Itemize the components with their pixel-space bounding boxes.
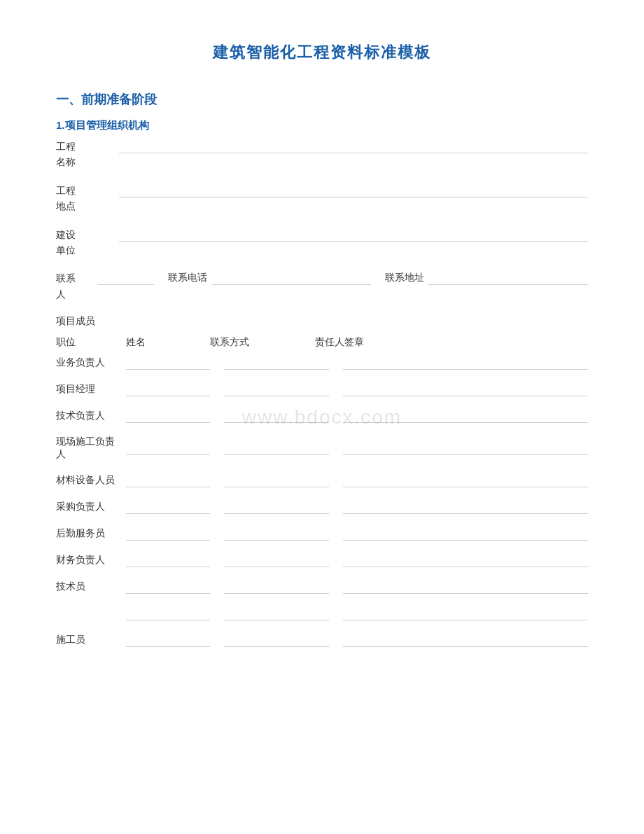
member-8-name bbox=[126, 553, 210, 567]
member-row-3: 技术负责人 bbox=[56, 409, 588, 423]
contact-person-label: 联系人 bbox=[56, 271, 98, 303]
member-3-position: 技术负责人 bbox=[56, 410, 126, 422]
member-10-name bbox=[126, 606, 210, 620]
member-4-position: 现场施工负责人 bbox=[56, 436, 126, 461]
member-3-signature bbox=[343, 409, 588, 423]
member-9-signature bbox=[343, 580, 588, 594]
member-row-7: 后勤服务员 bbox=[56, 527, 588, 541]
member-5-name bbox=[126, 473, 210, 487]
member-row-9: 技术员 bbox=[56, 580, 588, 594]
member-7-contact bbox=[224, 527, 329, 541]
member-1-position: 业务负责人 bbox=[56, 356, 126, 369]
member-8-position: 财务负责人 bbox=[56, 554, 126, 567]
project-members-label: 项目成员 bbox=[56, 315, 588, 328]
col-header-contact: 联系方式 bbox=[210, 336, 315, 349]
member-7-position: 后勤服务员 bbox=[56, 527, 126, 540]
member-1-name bbox=[126, 356, 210, 370]
member-5-signature bbox=[343, 473, 588, 487]
member-2-signature bbox=[343, 382, 588, 396]
contact-phone-label: 联系电话 bbox=[168, 272, 207, 284]
member-10-signature bbox=[343, 606, 588, 620]
member-11-signature bbox=[343, 633, 588, 647]
member-11-contact bbox=[224, 633, 329, 647]
contact-phone-field: 联系电话 bbox=[168, 271, 371, 285]
member-11-name bbox=[126, 633, 210, 647]
field-construction-unit: 建设单位 bbox=[56, 228, 588, 259]
contact-address-value bbox=[428, 271, 588, 285]
member-2-position: 项目经理 bbox=[56, 383, 126, 396]
member-11-position: 施工员 bbox=[56, 634, 126, 646]
contact-address-field: 联系地址 bbox=[385, 271, 588, 285]
member-7-name bbox=[126, 527, 210, 541]
member-2-contact bbox=[224, 382, 329, 396]
field-project-name-value bbox=[119, 139, 588, 153]
field-project-name: 工程名称 bbox=[56, 139, 588, 171]
field-project-location: 工程地点 bbox=[56, 183, 588, 215]
member-row-2: 项目经理 bbox=[56, 382, 588, 396]
member-row-8: 财务负责人 bbox=[56, 553, 588, 567]
member-1-contact bbox=[224, 356, 329, 370]
member-6-contact bbox=[224, 500, 329, 514]
member-row-11: 施工员 bbox=[56, 633, 588, 647]
member-3-contact bbox=[224, 409, 329, 423]
field-construction-unit-value bbox=[119, 228, 588, 242]
contact-fields-group: 联系电话 联系地址 bbox=[98, 271, 588, 285]
member-4-name bbox=[126, 441, 210, 455]
col-header-position: 职位 bbox=[56, 336, 126, 349]
member-row-1: 业务负责人 bbox=[56, 356, 588, 370]
member-9-position: 技术员 bbox=[56, 581, 126, 593]
contact-row: 联系人 联系电话 联系地址 bbox=[56, 271, 588, 303]
section1-heading: 一、前期准备阶段 bbox=[56, 91, 588, 108]
field-project-location-label: 工程地点 bbox=[56, 183, 112, 215]
field-construction-unit-label: 建设单位 bbox=[56, 228, 112, 259]
member-4-signature bbox=[343, 441, 588, 455]
page-title: 建筑智能化工程资料标准模板 bbox=[56, 42, 588, 63]
member-1-signature bbox=[343, 356, 588, 370]
col-header-signature: 责任人签章 bbox=[315, 336, 588, 349]
member-8-signature bbox=[343, 553, 588, 567]
member-4-contact bbox=[224, 441, 329, 455]
member-5-position: 材料设备人员 bbox=[56, 474, 126, 487]
field-project-location-value bbox=[119, 183, 588, 197]
member-5-contact bbox=[224, 473, 329, 487]
member-row-5: 材料设备人员 bbox=[56, 473, 588, 487]
member-9-name bbox=[126, 580, 210, 594]
member-8-contact bbox=[224, 553, 329, 567]
member-6-signature bbox=[343, 500, 588, 514]
member-6-name bbox=[126, 500, 210, 514]
member-10-contact bbox=[224, 606, 329, 620]
member-7-signature bbox=[343, 527, 588, 541]
member-row-4: 现场施工负责人 bbox=[56, 436, 588, 461]
member-row-6: 采购负责人 bbox=[56, 500, 588, 514]
contact-address-label: 联系地址 bbox=[385, 272, 424, 284]
member-3-name bbox=[126, 409, 210, 423]
col-header-name: 姓名 bbox=[126, 336, 210, 349]
member-row-10 bbox=[56, 606, 588, 620]
member-6-position: 采购负责人 bbox=[56, 501, 126, 513]
contact-phone-value bbox=[211, 271, 371, 285]
member-2-name bbox=[126, 382, 210, 396]
table-header-row: 职位 姓名 联系方式 责任人签章 bbox=[56, 336, 588, 349]
field-project-name-label: 工程名称 bbox=[56, 139, 112, 171]
member-9-contact bbox=[224, 580, 329, 594]
subsection1-heading: 1.项目管理组织机构 bbox=[56, 119, 588, 132]
